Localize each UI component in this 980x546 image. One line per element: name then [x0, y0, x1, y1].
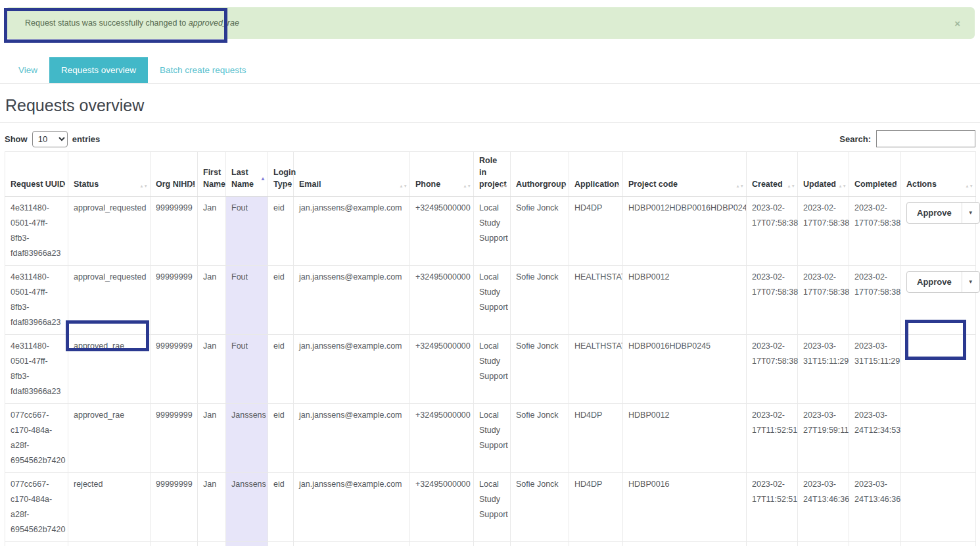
cell-request-uuid: 4e311480-0501-47ff-8fb3-fdaf83966a23 — [5, 266, 68, 335]
sort-icon: ▲▼ — [735, 184, 744, 187]
column-header-label: Status — [74, 180, 99, 189]
table-header: Request UUID▲▼ Status▲▼ Org NIHDI▲▼ Firs… — [5, 152, 976, 197]
cell-completed: 2023-03-31T15:11:29 — [849, 335, 901, 404]
column-header-created[interactable]: Created▲▼ — [747, 152, 798, 197]
cell-request-uuid: 077cc667-c170-484a-a28f-6954562b7420 — [5, 404, 68, 473]
column-header-authorgroup[interactable]: Authorgroup▲▼ — [511, 152, 569, 197]
cell-actions — [901, 404, 976, 473]
approve-dropdown-toggle[interactable]: ▼ — [962, 203, 979, 223]
success-banner-message: Request status was successfully changed … — [25, 18, 239, 28]
cell-status: approval_requested — [68, 266, 151, 335]
sort-icon: ▲▼ — [139, 184, 148, 187]
cell-request-uuid: 077cc667-c170-484a-a28f-6954562b7420 — [5, 473, 68, 542]
column-header-label: Project code — [628, 180, 678, 189]
sort-icon: ▲▼ — [187, 184, 195, 187]
page-size-select[interactable]: 10 — [32, 131, 68, 147]
column-header-label: Last Name — [231, 168, 254, 189]
cell-phone: +32495000000 — [410, 542, 474, 546]
cell-request-uuid: 4e311480-0501-47ff-8fb3-fdaf83966a23 — [5, 197, 68, 266]
cell-actions — [901, 473, 976, 542]
cell-first-name: Jan — [198, 335, 226, 404]
cell-phone: +32495000000 — [410, 404, 474, 473]
table-row: 4e311480-0501-47ff-8fb3-fdaf83966a23 app… — [5, 266, 976, 335]
close-icon[interactable]: × — [954, 18, 960, 28]
column-header-completed[interactable]: Completed▲▼ — [849, 152, 901, 197]
sort-icon: ▲▼ — [558, 184, 567, 187]
cell-completed: 2023-02-17T07:58:38 — [849, 197, 901, 266]
cell-project-code: HDBP0012 — [623, 404, 747, 473]
cell-phone: +32495000000 — [410, 266, 474, 335]
column-header-label: Updated — [803, 180, 836, 189]
cell-application: HD4DP — [569, 473, 623, 542]
cell-created: 2023-02-17T07:58:38 — [747, 335, 798, 404]
cell-role-in-project: Local Study Support — [474, 404, 511, 473]
column-header-phone[interactable]: Phone▲▼ — [410, 152, 474, 197]
approve-dropdown-toggle[interactable]: ▼ — [962, 272, 979, 292]
cell-status: rejected — [68, 473, 151, 542]
cell-first-name: Jan — [198, 197, 226, 266]
cell-application: HD4DP — [569, 197, 623, 266]
cell-last-name: Fout — [226, 197, 268, 266]
cell-email: jan.janssens@example.com — [294, 197, 410, 266]
cell-status: approved — [68, 542, 151, 546]
column-header-updated[interactable]: Updated▲▼ — [798, 152, 849, 197]
table-row: 077cc667-c170-484a-a28f-6954562b7420 rej… — [5, 473, 976, 542]
approve-button[interactable]: Approve — [907, 272, 962, 292]
cell-authorgroup: Sofie Jonck — [511, 542, 569, 546]
cell-last-name: Fout — [226, 335, 268, 404]
approve-split-button: Approve ▼ — [906, 271, 980, 293]
column-header-login-type[interactable]: Login Type▲▼ — [268, 152, 294, 197]
column-header-request-uuid[interactable]: Request UUID▲▼ — [5, 152, 68, 197]
cell-completed: 2023-03-24T12:34:53 — [849, 404, 901, 473]
success-banner: Request status was successfully changed … — [5, 7, 975, 39]
column-header-org-nihdi[interactable]: Org NIHDI▲▼ — [151, 152, 198, 197]
sort-icon: ▲▼ — [612, 184, 620, 187]
cell-first-name: Jan — [198, 404, 226, 473]
cell-login-type: eid — [268, 335, 294, 404]
column-header-email[interactable]: Email▲▼ — [294, 152, 410, 197]
show-label: Show — [5, 134, 28, 144]
approve-button[interactable]: Approve — [907, 203, 962, 223]
cell-email: jan.janssens@example.com — [294, 404, 410, 473]
column-header-status[interactable]: Status▲▼ — [68, 152, 151, 197]
tab-view[interactable]: View — [7, 57, 49, 83]
cell-login-type: eid — [268, 542, 294, 546]
cell-created: 2023-02-17T07:58:38 — [747, 266, 798, 335]
column-header-last-name[interactable]: Last Name▲ — [226, 152, 268, 197]
table-body: 4e311480-0501-47ff-8fb3-fdaf83966a23 app… — [5, 197, 976, 546]
cell-login-type: eid — [268, 404, 294, 473]
cell-role-in-project: Local Study Support — [474, 266, 511, 335]
entries-label: entries — [72, 134, 101, 144]
cell-project-code: HDBP0012 — [623, 266, 747, 335]
cell-updated: 2023-03-24T13:46:36 — [798, 473, 849, 542]
cell-updated: 2023-02-17T11:57:25 — [798, 542, 849, 546]
tab-requests-overview[interactable]: Requests overview — [49, 57, 148, 83]
cell-authorgroup: Sofie Jonck — [511, 335, 569, 404]
sort-icon: ▲▼ — [890, 184, 898, 187]
table-row: 4e311480-0501-47ff-8fb3-fdaf83966a23 app… — [5, 335, 976, 404]
cell-project-code: HDBP0016 — [623, 473, 747, 542]
column-header-application[interactable]: Application▲▼ — [569, 152, 623, 197]
cell-request-uuid: 4e311480-0501-47ff-8fb3-fdaf83966a23 — [5, 335, 68, 404]
cell-email: jan.janssens@example.com — [294, 473, 410, 542]
search-input[interactable] — [876, 130, 975, 147]
cell-login-type: eid — [268, 473, 294, 542]
cell-org-nihdi: 99999999 — [151, 335, 198, 404]
column-header-project-code[interactable]: Project code▲▼ — [623, 152, 747, 197]
cell-updated: 2023-03-27T19:59:11 — [798, 404, 849, 473]
cell-email: jan.janssens@example.com — [294, 542, 410, 546]
cell-completed: 2023-02-17T07:58:38 — [849, 266, 901, 335]
column-header-role-in-project[interactable]: Role in project▲▼ — [474, 152, 511, 197]
cell-phone: +32495000000 — [410, 197, 474, 266]
cell-created: 2023-02-17T11:52:51 — [747, 473, 798, 542]
page-size-control: Show 10 entries — [5, 131, 100, 147]
column-header-label: Email — [299, 180, 321, 189]
cell-project-code: HDBP0245 — [623, 542, 747, 546]
cell-completed: 2023-02-17T11:52:51 — [849, 542, 901, 546]
tab-batch-create-requests[interactable]: Batch create requests — [148, 57, 258, 83]
column-header-label: Phone — [415, 180, 440, 189]
requests-overview-page: Request status was successfully changed … — [0, 0, 980, 546]
cell-role-in-project: Local Study Support — [474, 542, 511, 546]
column-header-actions[interactable]: Actions▲▼ — [901, 152, 976, 197]
column-header-first-name[interactable]: First Name▲▼ — [198, 152, 226, 197]
